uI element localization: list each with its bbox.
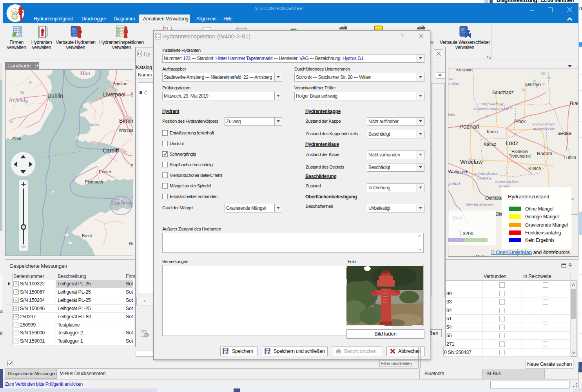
- svg-text:Exeter: Exeter: [99, 169, 111, 174]
- svg-text:województwo: województwo: [495, 179, 518, 183]
- svg-text:Cardiff: Cardiff: [103, 147, 119, 154]
- svg-text:Konin: Konin: [487, 129, 498, 134]
- svg-text:Birmin: Birmin: [119, 118, 133, 124]
- svg-text:Siedlce: Siedlce: [557, 131, 571, 136]
- svg-text:Man: Man: [80, 71, 90, 76]
- svg-text:S: S: [131, 91, 133, 98]
- svg-text:Preston: Preston: [112, 81, 127, 86]
- svg-text:Wrocław: Wrocław: [460, 158, 482, 165]
- svg-text:Gravierende Mängel: Gravierende Mängel: [525, 222, 568, 228]
- svg-text:lski: lski: [448, 112, 455, 117]
- svg-text:Wałbrzych: Wałbrzych: [448, 169, 468, 174]
- svg-text:województwo: województwo: [531, 122, 555, 126]
- svg-text:Geringe Mängel: Geringe Mängel: [525, 214, 558, 220]
- svg-text:Dublin: Dublin: [47, 93, 63, 99]
- svg-text:Biał: Biał: [570, 100, 578, 106]
- svg-text:Re: Re: [129, 241, 133, 247]
- svg-text:Cork: Cork: [12, 136, 22, 141]
- svg-text:Ostrava: Ostrava: [485, 196, 502, 201]
- svg-text:Koszalin: Koszalin: [456, 69, 473, 72]
- svg-text:Kielce: Kielce: [528, 166, 541, 171]
- svg-text:Guernsey: Guernsey: [111, 200, 132, 206]
- svg-text:Piotrków: Piotrków: [511, 149, 528, 154]
- svg-text:Płock: Płock: [514, 119, 526, 124]
- svg-text:Ohne Mängel: Ohne Mängel: [525, 206, 553, 212]
- svg-text:Brest: Brest: [82, 233, 92, 238]
- svg-text:Worceste: Worceste: [119, 128, 133, 132]
- svg-text:S: S: [131, 163, 133, 168]
- svg-text:Poznań: Poznań: [459, 123, 479, 130]
- svg-text:ychod: ychod: [448, 181, 460, 186]
- svg-text:Olsztyn: Olsztyn: [525, 82, 541, 87]
- svg-text:województwo: województwo: [481, 101, 505, 106]
- svg-text:Wales: Wales: [89, 122, 99, 127]
- svg-text:Łódź: Łódź: [506, 140, 519, 146]
- svg-text:mazowieckie: mazowieckie: [533, 126, 555, 131]
- svg-text:Győr: Győr: [476, 254, 485, 256]
- svg-text:orskie: orskie: [448, 81, 459, 85]
- svg-text:Grudziądz: Grudziądz: [492, 90, 514, 95]
- svg-text:Radom: Radom: [537, 151, 552, 156]
- svg-text:województwo: województwo: [473, 171, 497, 176]
- svg-text:Kalisz: Kalisz: [484, 142, 496, 147]
- svg-text:Funktionsunfähig: Funktionsunfähig: [525, 230, 561, 236]
- svg-text:Hydrantenzustand: Hydrantenzustand: [508, 194, 549, 200]
- svg-text:Ireland: Ireland: [9, 97, 25, 103]
- svg-text:Liverpool: Liverpool: [103, 91, 125, 98]
- svg-text:Kein Ergebnis: Kein Ergebnis: [525, 238, 555, 243]
- svg-text:kujawsko-pomorskie: kujawsko-pomorskie: [473, 106, 509, 111]
- svg-text:Plymouth: Plymouth: [85, 180, 103, 184]
- svg-text:Lublin: Lublin: [564, 155, 576, 160]
- svg-text:wo: wo: [448, 76, 453, 81]
- svg-text:3200: 3200: [463, 231, 473, 236]
- svg-text:Trybunalski: Trybunalski: [509, 154, 531, 158]
- svg-text:opolskie: opolskie: [477, 176, 492, 180]
- svg-text:© OpenStreetMap and contributo: © OpenStreetMap and contributors: [491, 249, 570, 255]
- svg-text:Střední Morava: Střední Morava: [466, 202, 493, 207]
